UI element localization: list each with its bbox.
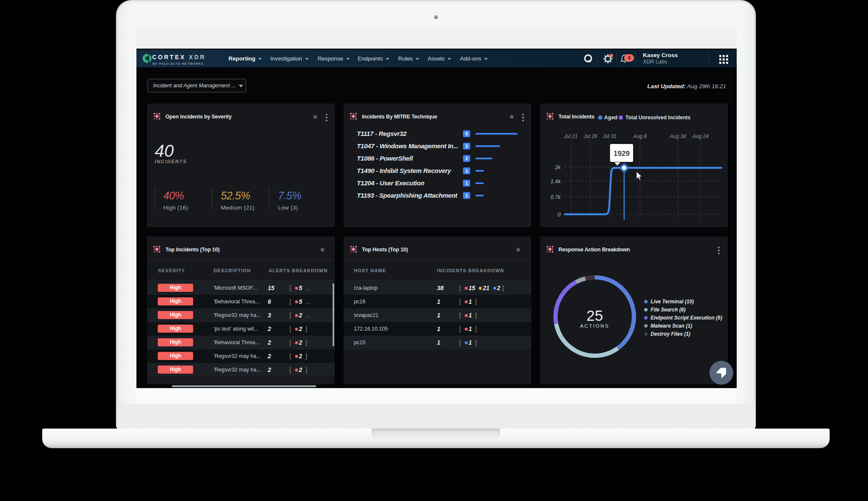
svg-text:Jul 31: Jul 31 xyxy=(602,133,616,139)
svg-text:0.7k: 0.7k xyxy=(550,194,561,200)
svg-text:Aug 18: Aug 18 xyxy=(669,133,686,139)
svg-text:0: 0 xyxy=(558,212,561,218)
svg-text:Aug 24: Aug 24 xyxy=(692,133,709,139)
svg-text:Jul 21: Jul 21 xyxy=(564,133,578,139)
svg-text:2k: 2k xyxy=(555,164,561,170)
svg-text:1.4k: 1.4k xyxy=(550,179,561,184)
svg-text:Jul 26: Jul 26 xyxy=(583,133,597,139)
svg-text:Aug 8: Aug 8 xyxy=(633,133,647,139)
svg-text:1929: 1929 xyxy=(613,150,630,158)
